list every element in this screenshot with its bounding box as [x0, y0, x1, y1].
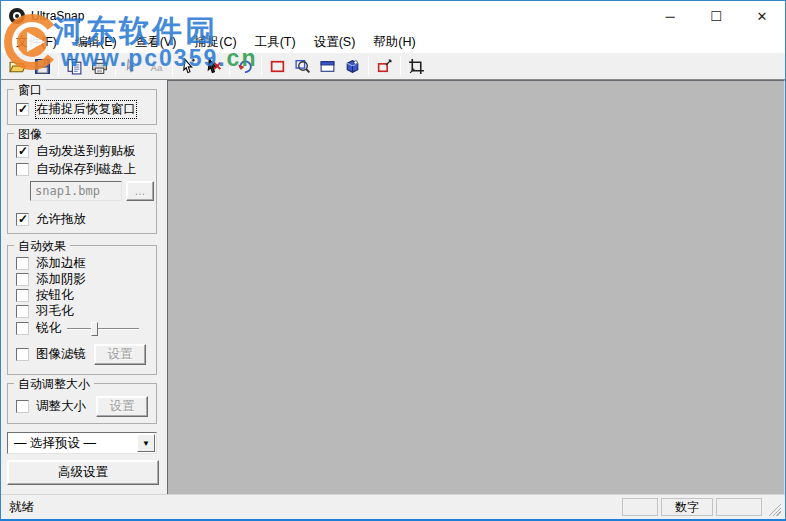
pointer-icon: [180, 58, 197, 75]
capture-canvas[interactable]: [167, 80, 785, 494]
sharpen-checkbox[interactable]: [16, 322, 29, 335]
maximize-button[interactable]: ☐: [693, 1, 739, 31]
status-panel-caps: [622, 498, 658, 516]
feather-label[interactable]: 羽毛化: [36, 303, 74, 320]
crop-button[interactable]: [404, 55, 429, 78]
region-capture-icon: [269, 58, 286, 75]
add-border-label[interactable]: 添加边框: [36, 255, 86, 272]
toolbar-separator: [172, 56, 173, 76]
buttonize-label[interactable]: 按钮化: [36, 287, 74, 304]
browse-button[interactable]: ...: [126, 181, 154, 201]
preset-dropdown-value: — 选择预设 —: [8, 435, 137, 452]
text-capture-disabled-icon: Aa: [148, 58, 165, 75]
add-border-checkbox[interactable]: [16, 257, 29, 270]
send-clipboard-checkbox[interactable]: [16, 145, 29, 158]
add-shadow-label[interactable]: 添加阴影: [36, 271, 86, 288]
capture-region-button[interactable]: [265, 55, 290, 78]
zoom-capture-icon: [294, 58, 311, 75]
close-button[interactable]: ✕: [739, 1, 785, 31]
image-filter-label[interactable]: 图像滤镜: [36, 346, 86, 363]
send-clipboard-label[interactable]: 自动发送到剪贴板: [36, 143, 136, 160]
sharpen-label[interactable]: 锐化: [36, 320, 61, 337]
status-text: 就绪: [1, 499, 34, 516]
chevron-down-icon[interactable]: ▼: [137, 434, 155, 452]
sharpen-slider-thumb[interactable]: [91, 322, 98, 336]
menu-view[interactable]: 查看(V): [126, 32, 186, 53]
filter-settings-button[interactable]: 设置: [94, 344, 146, 365]
select-pointer-button[interactable]: [176, 55, 201, 78]
save-disk-label[interactable]: 自动保存到磁盘上: [36, 161, 136, 178]
filename-row: snap1.bmp ...: [30, 181, 154, 201]
capture-cursor-button-disabled[interactable]: [119, 55, 144, 78]
save-icon: [34, 58, 51, 75]
restore-window-label[interactable]: 在捕捉后恢复窗口: [36, 101, 136, 118]
toolbar-separator: [400, 56, 401, 76]
buttonize-checkbox[interactable]: [16, 289, 29, 302]
toolbar-separator: [368, 56, 369, 76]
save-button[interactable]: [30, 55, 55, 78]
redo-icon: [237, 58, 254, 75]
resize-group-title: 自动调整大小: [14, 376, 94, 393]
object-capture-icon: [344, 58, 361, 75]
restore-window-checkbox[interactable]: [16, 103, 29, 116]
pointer-disabled-icon: [123, 58, 140, 75]
menu-edit[interactable]: 编辑(E): [66, 32, 126, 53]
window-controls: ─ ☐ ✕: [647, 1, 785, 31]
advanced-settings-button[interactable]: 高级设置: [7, 460, 159, 485]
filename-field[interactable]: snap1.bmp: [30, 181, 122, 201]
menu-tools[interactable]: 工具(T): [246, 32, 305, 53]
copy-button[interactable]: [62, 55, 87, 78]
menu-file[interactable]: 文件(F): [7, 32, 66, 53]
allow-dragdrop-checkbox[interactable]: [16, 213, 29, 226]
effects-group-title: 自动效果: [14, 238, 70, 255]
window-title: UltraSnap: [31, 9, 84, 23]
effects-group: 自动效果 添加边框 添加阴影 按钮化 羽毛化: [7, 245, 157, 375]
allow-dragdrop-label[interactable]: 允许拖放: [36, 211, 86, 228]
capture-zoom-button[interactable]: [290, 55, 315, 78]
toolbar-separator: [261, 56, 262, 76]
options-sidebar: 窗口 在捕捉后恢复窗口 图像 自动发送到剪贴板 自动保存到磁盘上 s: [1, 80, 167, 494]
cancel-capture-button[interactable]: [201, 55, 226, 78]
restore-window-row: 在捕捉后恢复窗口: [8, 101, 136, 118]
resize-grip[interactable]: [767, 502, 781, 516]
menu-capture[interactable]: 捕捉(C): [185, 32, 245, 53]
toolbar-separator: [115, 56, 116, 76]
resize-settings-button[interactable]: 设置: [96, 396, 148, 417]
status-panel-num: 数字: [661, 498, 713, 516]
sharpen-slider[interactable]: [67, 322, 139, 336]
add-shadow-checkbox[interactable]: [16, 273, 29, 286]
capture-text-button-disabled[interactable]: Aa: [144, 55, 169, 78]
edit-region-button[interactable]: [372, 55, 397, 78]
sharpen-slider-track: [67, 328, 139, 330]
svg-text:Aa: Aa: [150, 61, 163, 72]
window-capture-icon: [319, 58, 336, 75]
main-area: 窗口 在捕捉后恢复窗口 图像 自动发送到剪贴板 自动保存到磁盘上 s: [1, 80, 785, 494]
filter-row: 图像滤镜 设置: [8, 344, 146, 365]
toolbar-separator: [58, 56, 59, 76]
capture-object-button[interactable]: [340, 55, 365, 78]
image-filter-checkbox[interactable]: [16, 348, 29, 361]
menu-settings[interactable]: 设置(S): [305, 32, 365, 53]
sharpen-row: 锐化: [8, 320, 139, 337]
add-border-row: 添加边框: [8, 255, 86, 272]
menu-help[interactable]: 帮助(H): [364, 32, 424, 53]
open-button[interactable]: [5, 55, 30, 78]
statusbar: 就绪 数字: [1, 494, 785, 519]
feather-row: 羽毛化: [8, 303, 74, 320]
toolbar: Aa: [1, 53, 785, 80]
edit-region-icon: [376, 58, 393, 75]
window-group: 窗口 在捕捉后恢复窗口: [7, 89, 157, 125]
dragdrop-row: 允许拖放: [8, 211, 86, 228]
add-shadow-row: 添加阴影: [8, 271, 86, 288]
preset-dropdown[interactable]: — 选择预设 — ▼: [7, 432, 157, 454]
resize-checkbox[interactable]: [16, 400, 29, 413]
feather-checkbox[interactable]: [16, 305, 29, 318]
capture-window-button[interactable]: [315, 55, 340, 78]
minimize-button[interactable]: ─: [647, 1, 693, 31]
print-button[interactable]: [87, 55, 112, 78]
crop-icon: [408, 58, 425, 75]
resize-label[interactable]: 调整大小: [36, 398, 86, 415]
save-disk-checkbox[interactable]: [16, 163, 29, 176]
copy-icon: [66, 58, 83, 75]
redo-last-capture-button[interactable]: [233, 55, 258, 78]
